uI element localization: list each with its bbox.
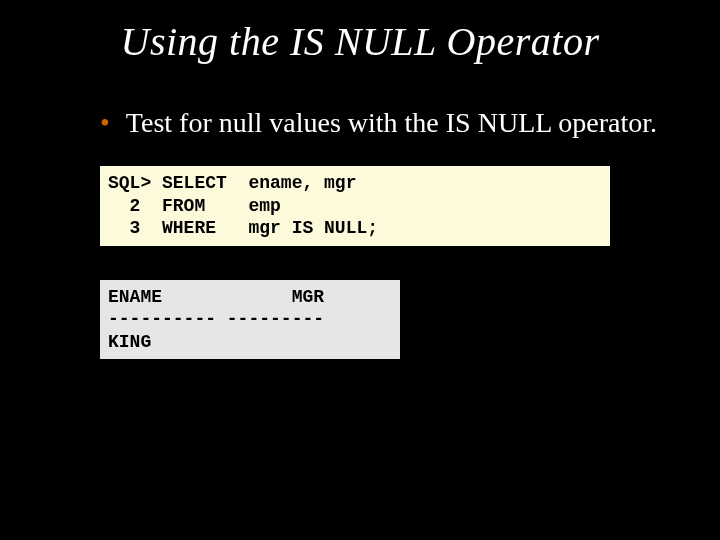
code-area: SQL> SELECT ename, mgr 2 FROM emp 3 WHER… xyxy=(100,166,610,359)
slide-title: Using the IS NULL Operator xyxy=(0,0,720,105)
slide: Using the IS NULL Operator • Test for nu… xyxy=(0,0,720,540)
sql-result-block: ENAME MGR ---------- --------- KING xyxy=(100,280,400,360)
spacer xyxy=(100,246,610,280)
bullet-dot-icon: • xyxy=(100,105,110,140)
sql-query-block: SQL> SELECT ename, mgr 2 FROM emp 3 WHER… xyxy=(100,166,610,246)
bullet-item: • Test for null values with the IS NULL … xyxy=(0,105,720,140)
bullet-text: Test for null values with the IS NULL op… xyxy=(126,105,660,140)
